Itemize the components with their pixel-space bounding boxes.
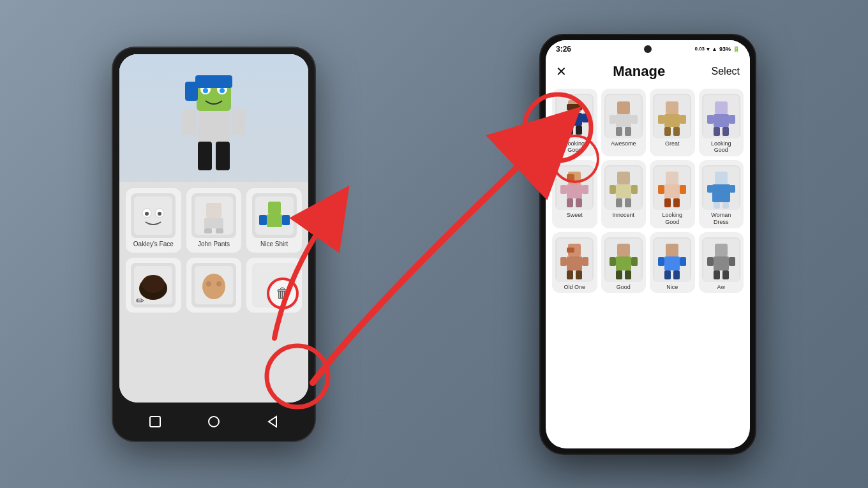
svg-rect-107: [610, 257, 616, 266]
outfit-label-9: Good: [617, 284, 631, 291]
outfit-avatar-6: [654, 166, 690, 210]
svg-rect-21: [216, 228, 223, 233]
outfit-label-5: Innocent: [612, 212, 634, 219]
outfit-img-10: [653, 237, 691, 282]
svg-rect-79: [631, 185, 638, 194]
svg-rect-124: [722, 270, 729, 279]
delete-button[interactable]: 🗑: [267, 277, 299, 309]
outfit-label-8: Old One: [564, 284, 585, 291]
item-card-face[interactable]: Oakley's Face: [126, 188, 181, 253]
svg-rect-92: [707, 185, 713, 193]
nav-back-icon[interactable]: [265, 414, 280, 429]
svg-rect-116: [664, 270, 671, 279]
svg-rect-86: [680, 185, 686, 194]
close-button[interactable]: ✕: [556, 64, 567, 79]
svg-rect-101: [582, 257, 588, 266]
nav-home-icon[interactable]: [206, 414, 221, 429]
svg-rect-57: [680, 115, 686, 124]
outfit-label-6: LookingGood: [662, 212, 682, 226]
svg-rect-35: [150, 417, 160, 427]
svg-rect-72: [582, 185, 588, 194]
item-card-shirt[interactable]: Nice Shirt: [246, 188, 302, 253]
nav-square-icon[interactable]: [147, 414, 163, 429]
outfit-img-6: [653, 165, 691, 210]
svg-rect-9: [232, 110, 246, 135]
outfit-item-nice[interactable]: Nice: [650, 232, 695, 293]
svg-rect-49: [610, 115, 616, 124]
right-phone: 3:26 0.03 ▾ ▲ 93% 🔋 ✕ Manage Select: [539, 34, 756, 455]
svg-rect-25: [259, 215, 267, 225]
outfit-item-good[interactable]: Good: [601, 232, 647, 293]
outfit-avatar-9: [606, 239, 641, 282]
svg-rect-76: [617, 172, 630, 184]
outfit-img-8: [555, 237, 594, 282]
svg-rect-83: [666, 172, 678, 184]
svg-rect-85: [658, 185, 664, 194]
svg-rect-109: [616, 270, 622, 279]
svg-rect-40: [567, 104, 582, 110]
outfit-item-looking-good-2[interactable]: LookingGood: [699, 89, 744, 157]
item-img-shirt: [252, 193, 297, 238]
outfit-label-10: Nice: [666, 284, 678, 291]
outfit-label-7: WomanDress: [711, 212, 731, 226]
avatar-preview: [119, 54, 308, 182]
data-speed: 0.03: [694, 46, 705, 52]
svg-rect-61: [715, 101, 728, 114]
svg-rect-105: [617, 244, 630, 256]
face-img: [134, 196, 172, 235]
svg-rect-112: [666, 244, 678, 256]
outfit-avatar-10: [654, 239, 690, 282]
outfit-item-innocent[interactable]: Innocent: [601, 160, 647, 228]
svg-rect-7: [185, 82, 198, 101]
outfit-img-1: [604, 94, 643, 138]
item-card-pants[interactable]: John Pants: [186, 188, 242, 253]
svg-rect-26: [282, 215, 290, 225]
outfit-grid: LookingGood: [546, 85, 750, 297]
outfit-label-4: Sweet: [567, 212, 583, 219]
item-card-skin[interactable]: [186, 258, 242, 313]
svg-rect-106: [616, 256, 631, 270]
svg-point-31: [202, 274, 225, 299]
outfit-avatar-8: [557, 239, 592, 282]
outfit-item-woman-dress[interactable]: WomanDress: [699, 160, 744, 228]
outfit-item-great[interactable]: Great: [650, 89, 695, 157]
select-button[interactable]: Select: [712, 66, 740, 77]
svg-rect-18: [206, 203, 221, 218]
svg-rect-87: [664, 198, 671, 207]
edit-pencil-icon[interactable]: ✏: [133, 295, 146, 307]
battery-icon: 🔋: [733, 46, 740, 52]
outfit-avatar-5: [606, 166, 641, 210]
svg-rect-121: [707, 257, 714, 266]
svg-rect-120: [714, 256, 729, 270]
outfit-item-aw[interactable]: Aw: [699, 232, 744, 293]
camera-notch: [644, 45, 652, 53]
svg-point-15: [145, 212, 149, 216]
svg-rect-80: [616, 198, 622, 207]
svg-rect-71: [560, 185, 567, 194]
svg-rect-63: [707, 115, 714, 124]
svg-rect-88: [673, 198, 680, 207]
scene: Oakley's Face: [0, 0, 868, 488]
svg-rect-114: [658, 257, 664, 266]
left-phone: Oakley's Face: [112, 47, 316, 442]
outfit-item-awesome[interactable]: Awesome: [601, 89, 647, 157]
outfit-label-1: Awesome: [611, 140, 636, 147]
outfit-avatar-1: [606, 95, 641, 138]
item-card-delete[interactable]: 🗑: [246, 258, 302, 313]
outfit-img-7: [702, 165, 740, 210]
svg-rect-84: [664, 184, 680, 198]
wifi-icon: ▾: [707, 46, 710, 52]
svg-rect-0: [198, 108, 230, 144]
svg-rect-99: [567, 256, 582, 270]
svg-rect-19: [204, 218, 223, 228]
svg-rect-6: [195, 75, 232, 88]
nav-bar: [113, 403, 315, 441]
outfit-item-old-one[interactable]: Old One: [552, 232, 597, 293]
svg-rect-94: [714, 202, 720, 209]
battery-level: 93%: [719, 46, 731, 52]
item-card-hair[interactable]: ✏: [126, 258, 181, 313]
svg-rect-113: [664, 256, 680, 270]
svg-rect-11: [216, 142, 230, 170]
svg-point-32: [206, 281, 211, 286]
outfit-item-looking-good-3[interactable]: LookingGood: [650, 160, 695, 228]
